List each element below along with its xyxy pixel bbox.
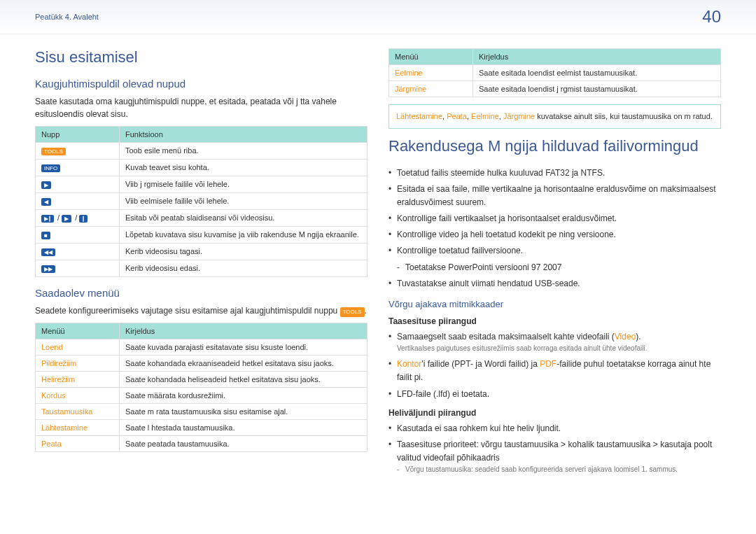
list-item: Kontrollige faili vertikaalset ja horiso… bbox=[397, 212, 721, 225]
button-icon: ▶ bbox=[62, 215, 71, 223]
button-icon: ■ bbox=[41, 232, 50, 239]
section-heading-remote: Kaugjuhtimispuldil olevad nupud bbox=[35, 78, 368, 90]
button-icon: TOOLS bbox=[41, 148, 66, 155]
sub-audio: Heliväljundi piirangud bbox=[388, 408, 721, 418]
info-box: Lähtestamine, Peata, Eelmine, Järgmine k… bbox=[388, 104, 721, 129]
table-row: PeataSaate peatada taustamuusika. bbox=[36, 436, 368, 452]
button-icon: ◀ bbox=[41, 198, 51, 206]
playback-list: Samaaegselt saab esitada maksimaalselt k… bbox=[388, 330, 721, 401]
menu-intro: Seadete konfigureerimiseks vajutage sisu… bbox=[35, 304, 368, 317]
table-row: TOOLSToob esile menü riba. bbox=[36, 143, 368, 160]
table-row: KordusSaate määrata kordusrežiimi. bbox=[36, 388, 368, 404]
table-row: ▶Viib j rgmisele failile või lehele. bbox=[36, 176, 368, 193]
table-row: LoendSaate kuvada parajasti esitatavate … bbox=[36, 339, 368, 356]
button-table: NuppFunktsioon TOOLSToob esile menü riba… bbox=[35, 126, 368, 277]
table-row: EelmineSaate esitada loendist eelmist ta… bbox=[389, 65, 721, 81]
page-title: Sisu esitamisel bbox=[35, 48, 368, 66]
table-row: ▶∥ / ▶ / ∥Esitab või peatab slaidiseansi… bbox=[36, 210, 368, 227]
button-icon: ▶▶ bbox=[41, 265, 55, 273]
format-list: Toetatud failis steemide hulka kuuluvad … bbox=[388, 167, 721, 291]
section-heading-formats: Rakendusega M ngija hilduvad failivormin… bbox=[388, 137, 721, 155]
section-heading-menu: Saadaolev menüü bbox=[35, 287, 368, 299]
list-item: Kontrollige toetatud failiversioone. bbox=[397, 244, 721, 258]
button-icon: ▶ bbox=[41, 181, 51, 189]
menu-table-cont: MenüüKirjeldus EelmineSaate esitada loen… bbox=[388, 48, 721, 97]
button-icon: ∥ bbox=[79, 215, 88, 223]
page-number: 40 bbox=[702, 7, 721, 27]
table-row: HelirežiimSaate kohandada heliseadeid he… bbox=[36, 372, 368, 388]
button-icon: INFO bbox=[41, 164, 60, 172]
table-row: JärgmineSaate esitada loendist j rgmist … bbox=[389, 81, 721, 97]
list-item: Tuvastatakse ainult viimati hendatud USB… bbox=[397, 277, 721, 290]
list-item: Toetatud failis steemide hulka kuuluvad … bbox=[397, 167, 721, 180]
table-row: LähtestamineSaate l htestada taustamuusi… bbox=[36, 420, 368, 436]
intro-text: Saate kasutada oma kaugjuhtimispuldi nup… bbox=[35, 95, 368, 120]
sub-playback: Taasesituse piirangud bbox=[388, 316, 721, 326]
section-heading-network: Võrgu ajakava mitmikkaader bbox=[388, 299, 721, 309]
button-icon: ▶∥ bbox=[41, 215, 54, 223]
table-row: INFOKuvab teavet sisu kohta. bbox=[36, 160, 368, 176]
breadcrumb: Peatükk 4. Avaleht bbox=[35, 13, 99, 21]
list-item: Kontrollige video ja heli toetatud kodek… bbox=[397, 228, 721, 241]
table-row: ◀◀Kerib videosisu tagasi. bbox=[36, 244, 368, 260]
table-row: ◀Viib eelmisele failile või lehele. bbox=[36, 193, 368, 210]
table-row: ▶▶Kerib videosisu edasi. bbox=[36, 260, 368, 277]
table-row: TaustamuusikaSaate m rata taustamuusika … bbox=[36, 404, 368, 420]
list-item: Esitada ei saa faile, mille vertikaalne … bbox=[397, 183, 721, 209]
table-row: ■Lõpetab kuvatava sisu kuvamise ja viib … bbox=[36, 227, 368, 244]
audio-list: Kasutada ei saa rohkem kui hte heliv lju… bbox=[388, 422, 721, 475]
menu-table: MenüüKirjeldus LoendSaate kuvada parajas… bbox=[35, 323, 368, 452]
table-row: PildirežiimSaate kohandada ekraaniseadei… bbox=[36, 356, 368, 372]
tools-badge: TOOLS bbox=[340, 307, 365, 317]
button-icon: ◀◀ bbox=[41, 248, 55, 256]
